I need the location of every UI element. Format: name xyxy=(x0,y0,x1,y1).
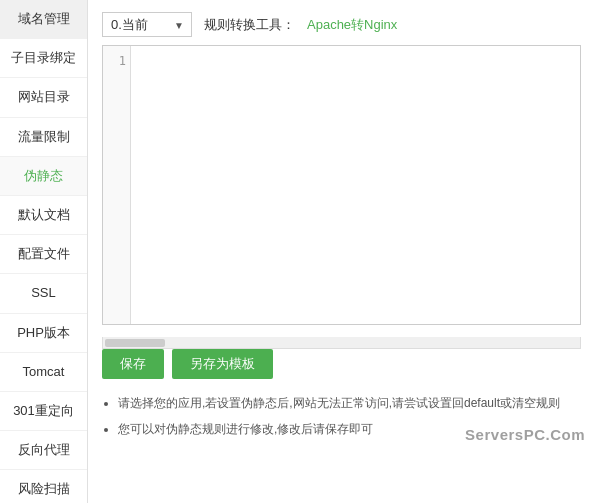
config-select[interactable]: 0.当前 xyxy=(102,12,192,37)
editor-textarea[interactable] xyxy=(131,46,580,324)
sidebar-item-ssl[interactable]: SSL xyxy=(0,274,87,313)
sidebar-item-domain-manage[interactable]: 域名管理 xyxy=(0,0,87,39)
sidebar-item-subdirectory-bind[interactable]: 子目录绑定 xyxy=(0,39,87,78)
line-numbers: 1 xyxy=(103,46,131,324)
note-item-2: 您可以对伪静态规则进行修改,修改后请保存即可 xyxy=(118,419,581,441)
sidebar-item-redirect-301[interactable]: 301重定向 xyxy=(0,392,87,431)
editor-container: 1 xyxy=(102,45,581,325)
sidebar-item-risk-scan[interactable]: 风险扫描 xyxy=(0,470,87,503)
rule-convert-label: 规则转换工具： xyxy=(204,16,295,34)
config-select-wrapper: 0.当前 ▼ xyxy=(102,12,192,37)
button-row: 保存 另存为模板 xyxy=(102,349,581,379)
rule-convert-link[interactable]: Apache转Nginx xyxy=(307,16,397,34)
toolbar-row: 0.当前 ▼ 规则转换工具： Apache转Nginx xyxy=(102,12,581,37)
sidebar-item-default-doc[interactable]: 默认文档 xyxy=(0,196,87,235)
sidebar: 域名管理 子目录绑定 网站目录 流量限制 伪静态 默认文档 配置文件 SSL P… xyxy=(0,0,88,503)
sidebar-item-pseudo-static[interactable]: 伪静态 xyxy=(0,157,87,196)
editor-hscroll-thumb xyxy=(105,339,165,347)
sidebar-item-reverse-proxy[interactable]: 反向代理 xyxy=(0,431,87,470)
sidebar-item-tomcat[interactable]: Tomcat xyxy=(0,353,87,392)
line-number-1: 1 xyxy=(107,52,126,71)
save-button[interactable]: 保存 xyxy=(102,349,164,379)
sidebar-item-php-version[interactable]: PHP版本 xyxy=(0,314,87,353)
notes-section: 请选择您的应用,若设置伪静态后,网站无法正常访问,请尝试设置回default或清… xyxy=(102,393,581,440)
note-item-1: 请选择您的应用,若设置伪静态后,网站无法正常访问,请尝试设置回default或清… xyxy=(118,393,581,415)
sidebar-item-traffic-limit[interactable]: 流量限制 xyxy=(0,118,87,157)
save-as-template-button[interactable]: 另存为模板 xyxy=(172,349,273,379)
main-content: 0.当前 ▼ 规则转换工具： Apache转Nginx 1 保存 另存为模板 请… xyxy=(88,0,595,503)
editor-hscroll[interactable] xyxy=(102,337,581,349)
sidebar-item-config-file[interactable]: 配置文件 xyxy=(0,235,87,274)
sidebar-item-site-directory[interactable]: 网站目录 xyxy=(0,78,87,117)
